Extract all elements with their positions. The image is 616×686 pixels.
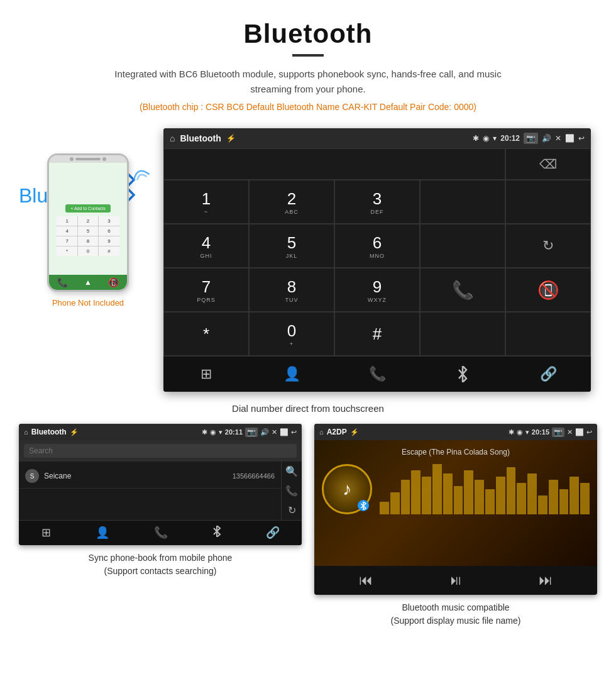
music-usb-icon: ⚡: [350, 428, 359, 436]
bottom-nav: ⊞ 👤 📞 🔗: [163, 356, 591, 392]
empty-cell-5: [505, 312, 591, 356]
contact-list: S Seicane 13566664466: [19, 462, 281, 520]
music-note-icon: ♪: [343, 479, 351, 499]
phonebook-caption: Sync phone-book from mobile phone(Suppor…: [89, 551, 233, 578]
pb-bottom-nav: ⊞ 👤 📞 🔗: [19, 520, 302, 545]
phone-mockup: + Add to Contacts 1 2 3 4 5 6 7 8 9 * 0 …: [47, 153, 129, 292]
music-status-bar: ⌂ A2DP ⚡ ✱ ◉ ▾ 20:15 📷 ✕ ⬜ ↩: [314, 424, 597, 440]
eq-bar: [527, 473, 537, 514]
phonebook-content: S Seicane 13566664466 🔍 📞 ↻: [19, 462, 302, 520]
pb-loc-icon: ◉: [210, 428, 216, 436]
pb-call-side-icon[interactable]: 📞: [285, 485, 298, 497]
pb-close-icon[interactable]: ✕: [272, 428, 277, 436]
bluetooth-status-icon: ✱: [473, 134, 479, 143]
dial-key-3[interactable]: 3 DEF: [334, 180, 420, 224]
dial-key-star[interactable]: *: [163, 312, 249, 356]
music-close-icon[interactable]: ✕: [567, 428, 573, 436]
dial-key-0[interactable]: 0 +: [249, 312, 334, 356]
pb-home-icon[interactable]: ⌂: [24, 428, 28, 436]
home-icon[interactable]: ⌂: [170, 133, 175, 143]
car-status-bar: ⌂ Bluetooth ⚡ ✱ ◉ ▾ 20:12 📷 🔊 ✕ ⬜ ↩: [163, 128, 591, 148]
pb-nav-bt[interactable]: [212, 526, 221, 540]
pb-nav-link[interactable]: 🔗: [266, 526, 280, 540]
pb-time: 20:11: [225, 428, 243, 436]
page-header: Bluetooth Integrated with BC6 Bluetooth …: [0, 0, 616, 128]
dial-key-6[interactable]: 6 MNO: [334, 224, 420, 268]
dialpad-grid: ⌫ 1 ~ 2 ABC 3 DEF 4 GHI 5: [163, 148, 591, 356]
dial-key-hash[interactable]: #: [334, 312, 420, 356]
pb-win-icon[interactable]: ⬜: [280, 428, 289, 436]
nav-link-icon[interactable]: 🔗: [532, 363, 564, 385]
signal-icon: ▾: [493, 134, 497, 143]
main-caption: Dial number direct from touchscreen: [0, 398, 616, 424]
nav-contacts-icon[interactable]: 👤: [276, 363, 307, 385]
contact-avatar: S: [25, 469, 39, 483]
music-home-icon[interactable]: ⌂: [319, 428, 324, 436]
reload-button[interactable]: ↻: [505, 224, 591, 268]
time-display: 20:12: [500, 134, 520, 143]
close-icon[interactable]: ✕: [555, 134, 561, 143]
dial-key-2[interactable]: 2 ABC: [249, 180, 334, 224]
nav-phone-icon[interactable]: 📞: [361, 363, 393, 385]
music-back-icon[interactable]: ↩: [586, 428, 592, 436]
nav-apps-icon[interactable]: ⊞: [190, 363, 222, 385]
eq-bar: [507, 467, 516, 514]
camera-icon[interactable]: 📷: [524, 133, 538, 144]
pb-back-icon[interactable]: ↩: [291, 428, 297, 436]
reload-icon: ↻: [542, 238, 554, 254]
music-cam-icon[interactable]: 📷: [552, 428, 564, 437]
music-win-icon[interactable]: ⬜: [575, 428, 584, 436]
phonebook-screen-item: ⌂ Bluetooth ⚡ ✱ ◉ ▾ 20:11 📷 🔊 ✕ ⬜ ↩: [19, 424, 302, 628]
contact-row[interactable]: S Seicane 13566664466: [19, 464, 281, 489]
dial-key-8[interactable]: 8 TUV: [249, 268, 334, 312]
play-pause-button[interactable]: ⏯: [449, 572, 463, 589]
pb-reload-side-icon[interactable]: ↻: [288, 504, 296, 516]
dial-key-5[interactable]: 5 JKL: [249, 224, 334, 268]
search-input[interactable]: [24, 444, 297, 458]
dial-key-1[interactable]: 1 ~: [163, 180, 249, 224]
eq-bar: [411, 470, 421, 514]
back-icon[interactable]: ↩: [578, 134, 585, 143]
bottom-screens: ⌂ Bluetooth ⚡ ✱ ◉ ▾ 20:11 📷 🔊 ✕ ⬜ ↩: [0, 424, 616, 640]
pb-nav-user[interactable]: 👤: [96, 526, 109, 540]
eq-bar: [422, 477, 431, 514]
pb-cam-icon[interactable]: 📷: [245, 428, 258, 437]
pb-search-side-icon[interactable]: 🔍: [285, 465, 298, 477]
pb-nav-apps[interactable]: ⊞: [41, 526, 51, 540]
eq-bar: [475, 480, 484, 514]
music-caption: Bluetooth music compatible(Support displ…: [391, 601, 521, 628]
backspace-button[interactable]: ⌫: [505, 148, 591, 180]
add-contacts-btn[interactable]: + Add to Contacts: [65, 204, 110, 213]
pb-nav-phone[interactable]: 📞: [154, 526, 168, 540]
dial-key-7[interactable]: 7 PQRS: [163, 268, 249, 312]
pb-vol-icon[interactable]: 🔊: [260, 428, 269, 436]
window-icon[interactable]: ⬜: [565, 134, 575, 143]
eq-bar: [580, 483, 590, 514]
eq-bar: [549, 480, 558, 514]
status-left: ⌂ Bluetooth ⚡: [170, 133, 236, 143]
eq-bar: [443, 473, 453, 514]
phone-bottom-bar: 📞 ▲ 📵: [49, 275, 127, 290]
car-dialpad-screen: ⌂ Bluetooth ⚡ ✱ ◉ ▾ 20:12 📷 🔊 ✕ ⬜ ↩ ⌫: [163, 128, 591, 392]
screen-title-dial: Bluetooth: [180, 133, 221, 143]
nav-bluetooth-icon[interactable]: [447, 363, 478, 385]
music-screen-title: A2DP: [327, 428, 347, 436]
pb-usb-icon: ⚡: [70, 428, 79, 436]
prev-track-button[interactable]: ⏮: [359, 572, 373, 589]
volume-icon[interactable]: 🔊: [542, 134, 551, 143]
backspace-icon: ⌫: [539, 157, 557, 172]
title-underline: [292, 54, 324, 57]
call-end-button[interactable]: 📵: [505, 268, 591, 312]
next-track-button[interactable]: ⏭: [539, 572, 553, 589]
music-time: 20:15: [532, 428, 549, 436]
empty-cell-3: [420, 224, 505, 268]
dial-key-9[interactable]: 9 WXYZ: [334, 268, 420, 312]
empty-cell-2: [505, 180, 591, 224]
eq-bar: [454, 486, 463, 514]
empty-cell-1: [420, 180, 505, 224]
eq-bar: [380, 502, 389, 514]
call-answer-button[interactable]: 📞: [420, 268, 505, 312]
phonebook-car-screen: ⌂ Bluetooth ⚡ ✱ ◉ ▾ 20:11 📷 🔊 ✕ ⬜ ↩: [19, 424, 302, 545]
dial-key-4[interactable]: 4 GHI: [163, 224, 249, 268]
music-loc-icon: ◉: [517, 428, 523, 436]
